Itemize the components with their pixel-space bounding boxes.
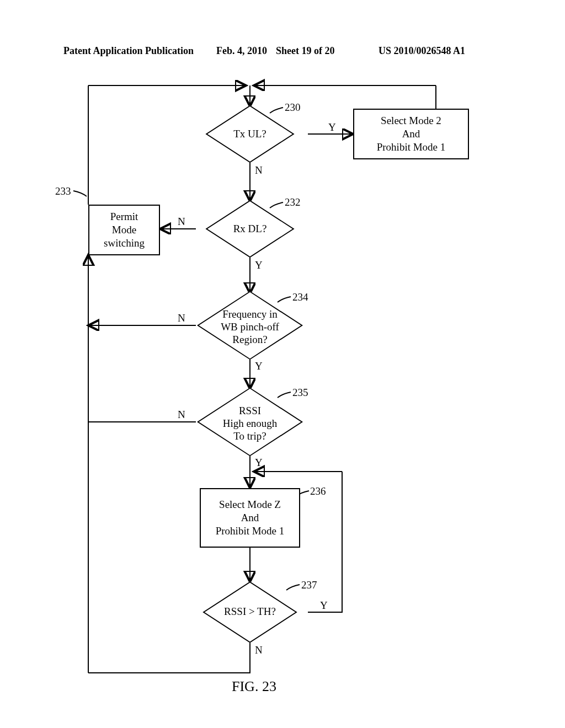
figure-label: FIG. 23 — [232, 678, 276, 695]
ref-230: 230 — [285, 101, 301, 114]
process-select-mode-z: Select Mode ZAndProhibit Mode 1 — [200, 488, 300, 548]
ref-234: 234 — [292, 291, 308, 303]
edge-237-y: Y — [320, 599, 328, 612]
ref-237: 237 — [301, 579, 317, 591]
edge-232-n: N — [178, 216, 185, 228]
header-pubno: US 2010/0026548 A1 — [379, 45, 465, 57]
process-select-mode-z-label: Select Mode ZAndProhibit Mode 1 — [216, 498, 285, 537]
process-select-mode-2-label: Select Mode 2AndProhibit Mode 1 — [377, 114, 446, 153]
flowchart: Tx UL? 230 Y N Select Mode 2AndProhibit … — [0, 77, 565, 700]
edge-235-y: Y — [255, 457, 263, 469]
edge-230-n: N — [255, 164, 263, 176]
ref-232: 232 — [285, 196, 301, 208]
process-select-mode-2: Select Mode 2AndProhibit Mode 1 — [353, 109, 469, 159]
header-sheet: Sheet 19 of 20 — [276, 45, 335, 57]
process-permit-mode-switching: PermitModeswitching — [88, 205, 160, 255]
edge-234-n: N — [178, 312, 185, 324]
header-date: Feb. 4, 2010 — [216, 45, 267, 57]
edge-230-y: Y — [328, 121, 336, 133]
edge-232-y: Y — [255, 259, 263, 271]
header-left: Patent Application Publication — [63, 45, 194, 57]
edge-237-n: N — [255, 644, 263, 656]
ref-233: 233 — [55, 185, 71, 197]
edge-234-y: Y — [255, 360, 263, 372]
edge-235-n: N — [178, 409, 185, 421]
process-permit-mode-switching-label: PermitModeswitching — [104, 210, 145, 249]
ref-235: 235 — [292, 387, 308, 399]
ref-236: 236 — [310, 485, 326, 497]
